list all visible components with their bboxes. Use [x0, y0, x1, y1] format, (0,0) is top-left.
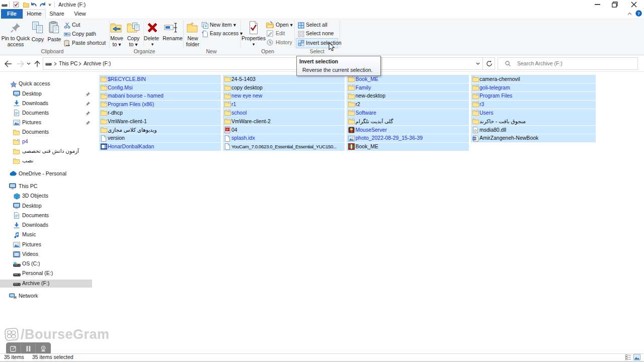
svg-text:P: P [226, 128, 228, 131]
svg-text:W: W [472, 137, 476, 140]
svg-text:W: W [65, 33, 68, 36]
svg-text:?: ? [637, 11, 640, 16]
